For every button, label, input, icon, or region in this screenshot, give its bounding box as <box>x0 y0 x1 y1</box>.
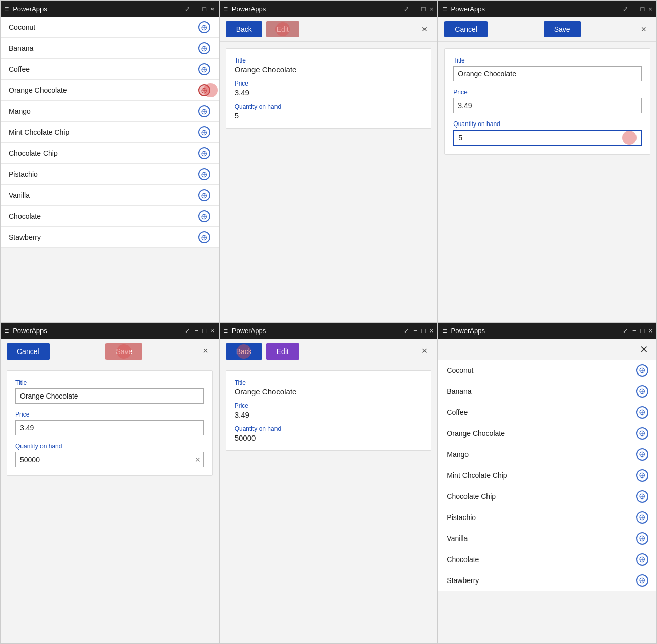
maximize-icon-6[interactable]: □ <box>641 327 645 335</box>
item-nav-button[interactable]: ⊕ <box>636 364 648 377</box>
item-nav-button[interactable]: ⊕ <box>636 469 648 482</box>
form-price-input-4[interactable] <box>15 420 204 435</box>
back-button-highlighted[interactable]: Back <box>226 343 262 360</box>
list-item[interactable]: Mint Chcolate Chip ⊕ <box>438 465 656 486</box>
form-quantity-label: Quantity on hand <box>453 120 642 128</box>
minimize-icon-1[interactable]: − <box>195 5 199 13</box>
form-price-input[interactable] <box>453 98 642 113</box>
minimize-icon-3[interactable]: − <box>632 5 637 13</box>
list-item[interactable]: Coffee ⊕ <box>1 59 219 80</box>
list-item[interactable]: Pistachio ⊕ <box>1 164 219 185</box>
input-clear-button[interactable]: ✕ <box>195 455 201 464</box>
quantity-label: Quantity on hand <box>235 103 423 110</box>
form-price-label-4: Price <box>15 411 204 418</box>
close-icon-3[interactable]: × <box>648 5 652 13</box>
item-name: Coconut <box>447 366 636 375</box>
window-controls-1: ⤢ − □ × <box>185 5 215 13</box>
item-nav-button[interactable]: ⊕ <box>636 406 648 419</box>
maximize-icon-3[interactable]: □ <box>641 5 645 13</box>
expand-icon-5[interactable]: ⤢ <box>404 327 409 335</box>
maximize-icon-1[interactable]: □ <box>202 5 206 13</box>
item-nav-button[interactable]: ⊕ <box>636 427 648 440</box>
item-nav-button[interactable]: ⊕ <box>198 126 210 138</box>
item-nav-button[interactable]: ⊕ <box>198 42 210 54</box>
item-nav-button[interactable]: ⊕ <box>198 105 210 117</box>
expand-icon-1[interactable]: ⤢ <box>185 5 190 13</box>
save-button[interactable]: Save <box>544 21 581 37</box>
close-icon-6[interactable]: × <box>648 327 652 335</box>
list-item[interactable]: Orange Chocolate ⊕ <box>438 423 656 444</box>
hamburger-icon-6[interactable]: ≡ <box>442 327 447 335</box>
panel-close-button[interactable]: × <box>418 22 432 37</box>
close-icon-1[interactable]: × <box>210 5 215 13</box>
expand-icon-3[interactable]: ⤢ <box>623 5 628 13</box>
list-item[interactable]: Mango ⊕ <box>1 101 219 122</box>
list-item[interactable]: Mango ⊕ <box>438 444 656 465</box>
form-quantity-input-old[interactable] <box>453 130 642 146</box>
form-title-input[interactable] <box>453 66 642 81</box>
close-icon-5[interactable]: × <box>430 327 434 335</box>
expand-icon-6[interactable]: ⤢ <box>623 327 628 335</box>
list-item-orange-chocolate[interactable]: Orange Chocolate ⊕ <box>1 80 219 101</box>
edit-button[interactable]: Edit <box>266 21 299 37</box>
item-nav-button[interactable]: ⊕ <box>198 21 210 33</box>
list-item[interactable]: Banana ⊕ <box>1 38 219 59</box>
cancel-button[interactable]: Cancel <box>444 21 488 37</box>
item-nav-button[interactable]: ⊕ <box>636 490 648 503</box>
item-nav-button[interactable]: ⊕ <box>198 231 210 243</box>
save-button-highlighted[interactable]: Save <box>105 343 142 360</box>
item-nav-button[interactable]: ⊕ <box>636 574 648 587</box>
back-button[interactable]: Back <box>226 21 262 37</box>
hamburger-icon-3[interactable]: ≡ <box>442 5 447 13</box>
list-item[interactable]: Coconut ⊕ <box>1 17 219 38</box>
item-nav-button[interactable]: ⊕ <box>636 448 648 461</box>
list-item[interactable]: Chocolate Chip ⊕ <box>438 486 656 507</box>
list-item[interactable]: Pistachio ⊕ <box>438 507 656 528</box>
item-nav-button-highlighted[interactable]: ⊕ <box>198 84 210 96</box>
panel-close-button-4[interactable]: × <box>199 344 213 359</box>
list-item[interactable]: Vanilla ⊕ <box>438 528 656 549</box>
hamburger-icon-1[interactable]: ≡ <box>5 5 9 13</box>
close-icon-2[interactable]: × <box>430 5 434 13</box>
minimize-icon-5[interactable]: − <box>413 327 417 335</box>
hamburger-icon-5[interactable]: ≡ <box>224 327 228 335</box>
item-nav-button[interactable]: ⊕ <box>198 147 210 159</box>
list-item[interactable]: Chocolate ⊕ <box>438 549 656 570</box>
cancel-button-4[interactable]: Cancel <box>7 343 50 360</box>
item-nav-button[interactable]: ⊕ <box>198 210 210 222</box>
maximize-icon-2[interactable]: □ <box>421 5 426 13</box>
list-item[interactable]: Stawberry ⊕ <box>438 570 656 591</box>
item-nav-button[interactable]: ⊕ <box>636 532 648 545</box>
list-item[interactable]: Chocolate ⊕ <box>1 206 219 227</box>
minimize-icon-6[interactable]: − <box>632 327 637 335</box>
item-nav-button[interactable]: ⊕ <box>636 385 648 398</box>
item-nav-button[interactable]: ⊕ <box>636 511 648 524</box>
hamburger-icon-4[interactable]: ≡ <box>5 327 9 335</box>
panel-close-button-5[interactable]: × <box>418 344 432 359</box>
item-nav-button[interactable]: ⊕ <box>198 63 210 75</box>
item-nav-button[interactable]: ⊕ <box>636 553 648 566</box>
close-icon-4[interactable]: × <box>210 327 215 335</box>
list-item[interactable]: Coconut ⊕ <box>438 360 656 381</box>
maximize-icon-5[interactable]: □ <box>421 327 426 335</box>
list-item[interactable]: Coffee ⊕ <box>438 402 656 423</box>
item-nav-button[interactable]: ⊕ <box>198 189 210 201</box>
hamburger-icon-2[interactable]: ≡ <box>224 5 228 13</box>
expand-icon-4[interactable]: ⤢ <box>185 327 190 335</box>
list-item[interactable]: Vanilla ⊕ <box>1 185 219 206</box>
list-item[interactable]: Chocolate Chip ⊕ <box>1 143 219 164</box>
list-item[interactable]: Stawberry ⊕ <box>1 227 219 248</box>
list-close-button[interactable]: ✕ <box>635 341 652 358</box>
form-title-input-4[interactable] <box>15 388 204 404</box>
titlebar-5: ≡ PowerApps ⤢ − □ × <box>220 323 438 339</box>
list-item[interactable]: Banana ⊕ <box>438 381 656 402</box>
form-quantity-input-new[interactable] <box>15 452 204 467</box>
list-item[interactable]: Mint Chcolate Chip ⊕ <box>1 122 219 143</box>
edit-button-5[interactable]: Edit <box>266 343 299 360</box>
minimize-icon-2[interactable]: − <box>413 5 417 13</box>
item-nav-button[interactable]: ⊕ <box>198 168 210 180</box>
maximize-icon-4[interactable]: □ <box>202 327 206 335</box>
panel-close-button-3[interactable]: × <box>637 22 650 37</box>
expand-icon-2[interactable]: ⤢ <box>404 5 409 13</box>
minimize-icon-4[interactable]: − <box>195 327 199 335</box>
